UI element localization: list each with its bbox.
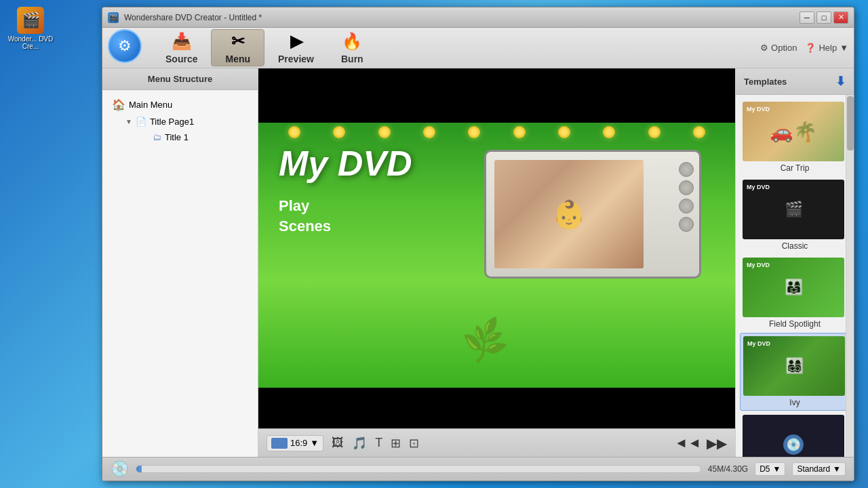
tree-item-title1[interactable]: 🗂 Title 1 [149, 129, 252, 145]
layout-icon[interactable]: ⊡ [409, 436, 419, 451]
dvd-ctrl-3[interactable] [679, 199, 694, 214]
tree-item-main-menu[interactable]: 🏠 Main Menu [108, 96, 252, 114]
field-thumb-label: My DVD [747, 262, 770, 268]
scrollbar-thumb[interactable] [847, 96, 854, 150]
stage-lights [258, 123, 735, 138]
ivy-image: 👨‍👩‍👧‍👦 [785, 357, 804, 375]
template-thumb-ivy: My DVD 👨‍👩‍👧‍👦 [743, 336, 845, 396]
car-trip-image: 🚗🌴 [770, 121, 817, 143]
templates-list: My DVD 🚗🌴 Car Trip My DVD 🎬 [736, 95, 854, 457]
music-icon[interactable]: 🎵 [352, 436, 367, 451]
home-icon: 🏠 [112, 98, 125, 111]
maximize-button[interactable]: □ [816, 12, 831, 24]
preview-area: My DVD Play Scenes 👶 [258, 68, 735, 457]
stage-light [333, 126, 345, 138]
logo-circle: ⚙ [108, 29, 142, 63]
template-thumb-classic: My DVD 🎬 [743, 180, 844, 239]
tree-item-title-page1[interactable]: ▼ 📄 Title Page1 [121, 114, 252, 129]
window-title: Wondershare DVD Creator - Untitled * [124, 13, 262, 22]
download-icon[interactable]: ⬇ [835, 74, 846, 89]
disc-icon: 💿 [783, 434, 804, 455]
help-button[interactable]: ❓ Help ▼ [805, 43, 848, 53]
template-thumb-last: 💿 [743, 415, 844, 457]
templates-panel: Templates ⬇ My DVD 🚗🌴 Car Trip [735, 68, 854, 457]
stage-light [423, 126, 435, 138]
car-trip-thumb-label: My DVD [747, 106, 770, 113]
preview-bottom-black [258, 388, 735, 428]
stage-light [693, 126, 705, 138]
dvd-play-label[interactable]: Play [279, 197, 412, 215]
classic-label: Classic [743, 241, 847, 251]
burn-button[interactable]: 🔥 Burn [328, 29, 377, 66]
dvd-ctrl-2[interactable] [679, 180, 694, 195]
stage-light [378, 126, 391, 138]
app-window: 🎬 Wondershare DVD Creator - Untitled * ─… [102, 7, 854, 481]
prev-arrow[interactable]: ◄◄ [674, 435, 701, 451]
preview-main: My DVD Play Scenes 👶 [258, 123, 735, 388]
source-button[interactable]: 📥 Source [152, 29, 211, 66]
next-arrow[interactable]: ▶▶ [707, 435, 727, 451]
title-page-icon: 📄 [136, 117, 146, 127]
stage-light [603, 126, 615, 138]
car-trip-label: Car Trip [743, 163, 847, 173]
tree-child-group: ▼ 📄 Title Page1 🗂 Title 1 [121, 114, 252, 145]
menu-structure-sidebar: Menu Structure 🏠 Main Menu ▼ 📄 Title Pag… [102, 68, 258, 457]
sidebar-header: Menu Structure [102, 68, 258, 90]
desktop-icon-1[interactable]: 🎬 Wonder... DVD Cre... [7, 7, 54, 50]
main-content: Menu Structure 🏠 Main Menu ▼ 📄 Title Pag… [102, 68, 854, 457]
disc-type-selector[interactable]: D5 ▼ [755, 462, 785, 476]
ivy-preview: My DVD 👨‍👩‍👧‍👦 [743, 336, 845, 396]
grid-icon[interactable]: ⊞ [391, 436, 401, 451]
ivy-label: Ivy [743, 398, 846, 407]
app-icon-1: 🎬 [17, 7, 44, 34]
navigation-arrows: ◄◄ ▶▶ [674, 435, 727, 451]
template-last[interactable]: 💿 [740, 412, 850, 457]
close-button[interactable]: ✕ [833, 12, 848, 24]
classic-image: 🎬 [785, 201, 803, 218]
template-car-trip[interactable]: My DVD 🚗🌴 Car Trip [740, 99, 850, 176]
title-bar: 🎬 Wondershare DVD Creator - Untitled * ─… [102, 7, 854, 28]
collapse-arrow: ▼ [125, 118, 132, 125]
aspect-ratio-selector[interactable]: 16:9 ▼ [267, 435, 323, 451]
preview-button[interactable]: ▶ Preview [264, 29, 328, 66]
classic-preview: My DVD 🎬 [743, 180, 844, 239]
field-spotlight-label: Field Spotlight [743, 319, 847, 329]
title-page1-label: Title Page1 [150, 117, 194, 127]
menu-icon: ✂ [231, 32, 245, 51]
dvd-controls [679, 162, 694, 232]
app-icon: 🎬 [108, 12, 119, 23]
status-bar: 💿 45M/4.30G D5 ▼ Standard ▼ [102, 457, 854, 481]
progress-fill [136, 466, 142, 472]
scrollbar-track[interactable] [846, 95, 854, 457]
classic-thumb-label: My DVD [747, 184, 770, 190]
dvd-screen: 👶 [494, 160, 644, 268]
dvd-ctrl-4[interactable] [679, 217, 694, 232]
background-icon[interactable]: 🖼 [332, 436, 344, 450]
dvd-ctrl-1[interactable] [679, 162, 694, 177]
tree-grandchild-group: 🗂 Title 1 [149, 129, 252, 145]
quality-selector[interactable]: Standard ▼ [792, 462, 846, 476]
option-label: Option [771, 43, 797, 53]
sidebar-tree: 🏠 Main Menu ▼ 📄 Title Page1 🗂 Title 1 [102, 90, 258, 457]
template-field-spotlight[interactable]: My DVD 👨‍👩‍👧 Field Spotlight [740, 255, 850, 331]
text-icon[interactable]: T [375, 436, 382, 450]
dvd-scenes-label[interactable]: Scenes [279, 218, 412, 235]
template-classic[interactable]: My DVD 🎬 Classic [740, 177, 850, 253]
quality-arrow: ▼ [833, 464, 841, 474]
preview-top-black [258, 68, 735, 123]
ivy-thumb-label: My DVD [747, 340, 770, 347]
minimize-button[interactable]: ─ [800, 12, 814, 24]
stage-light [648, 126, 660, 138]
option-button[interactable]: ⚙ Option [760, 43, 797, 53]
menu-button[interactable]: ✂ Menu [211, 29, 264, 66]
stage-light [288, 126, 300, 138]
stage-light [468, 126, 480, 138]
templates-title: Templates [744, 77, 787, 87]
template-ivy[interactable]: My DVD 👨‍👩‍👧‍👦 Ivy [740, 333, 850, 411]
help-dropdown-icon: ▼ [840, 43, 848, 53]
gear-icon: ⚙ [760, 43, 768, 53]
help-icon: ❓ [805, 43, 816, 53]
template-thumb-car-trip: My DVD 🚗🌴 [743, 102, 844, 161]
window-controls: ─ □ ✕ [800, 12, 848, 24]
dvd-player-mockup: 👶 🌿 [484, 150, 701, 326]
